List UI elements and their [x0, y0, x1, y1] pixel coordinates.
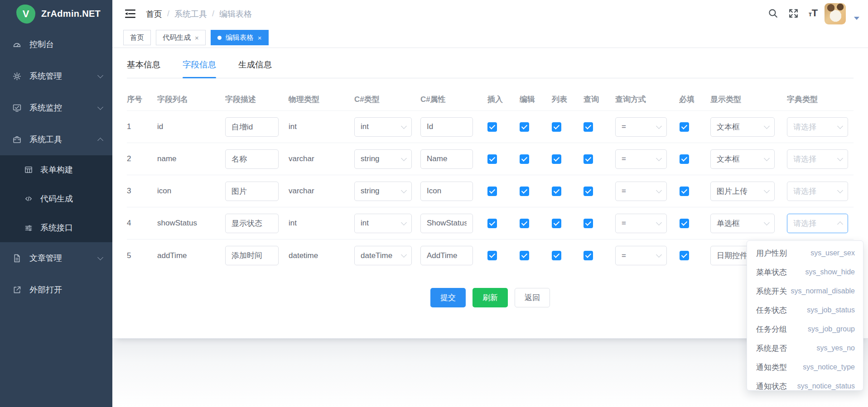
dict-option-normal-disable[interactable]: 系统开关 sys_normal_disable	[747, 282, 863, 301]
display-type-select[interactable]: 文本框	[710, 149, 775, 169]
user-avatar[interactable]	[825, 3, 846, 24]
close-icon[interactable]: ×	[258, 34, 262, 41]
list-checkbox[interactable]	[552, 154, 561, 164]
insert-checkbox[interactable]	[487, 219, 497, 228]
column-header: C#类型	[354, 94, 420, 105]
list-checkbox[interactable]	[552, 219, 561, 228]
sidebar-item-external-open[interactable]: 外部打开	[0, 274, 112, 306]
select-placeholder: 请选择	[793, 218, 816, 229]
tag-home[interactable]: 首页	[123, 30, 151, 45]
list-checkbox[interactable]	[552, 122, 561, 132]
cs-attr-input[interactable]	[420, 149, 473, 169]
sidebar-item-system-monitor[interactable]: 系统监控	[0, 92, 112, 124]
tab-field-info[interactable]: 字段信息	[183, 59, 216, 78]
row-index: 1	[127, 122, 157, 131]
edit-checkbox[interactable]	[520, 251, 529, 260]
sidebar-item-system-tools[interactable]: 系统工具	[0, 124, 112, 155]
dict-option-label: 系统是否	[756, 343, 787, 354]
field-desc-input[interactable]	[225, 214, 279, 233]
query-checkbox[interactable]	[583, 154, 593, 164]
query-mode-select[interactable]: =	[615, 214, 667, 233]
required-checkbox[interactable]	[680, 154, 689, 164]
refresh-button[interactable]: 刷新	[473, 288, 508, 307]
breadcrumb-home[interactable]: 首页	[146, 9, 162, 19]
avatar-caret-icon[interactable]	[854, 17, 859, 20]
list-checkbox[interactable]	[552, 251, 561, 260]
cs-type-select[interactable]: dateTime	[354, 246, 412, 265]
dict-option-yes-no[interactable]: 系统是否 sys_yes_no	[747, 339, 863, 358]
cs-attr-input[interactable]	[420, 246, 473, 265]
dict-option-notice-type[interactable]: 通知类型 sys_notice_type	[747, 358, 863, 377]
query-mode-select[interactable]: =	[615, 246, 667, 265]
select-value: =	[622, 251, 626, 260]
back-button[interactable]: 返回	[515, 288, 550, 307]
query-mode-select[interactable]: =	[615, 117, 667, 137]
cs-attr-input[interactable]	[420, 117, 473, 137]
field-desc-input[interactable]	[225, 117, 279, 137]
sidebar-item-code-generation[interactable]: 代码生成	[0, 184, 112, 213]
dict-option-show-hide[interactable]: 菜单状态 sys_show_hide	[747, 263, 863, 282]
select-value: dateTime	[361, 251, 392, 260]
dict-type-select[interactable]: 请选择	[787, 182, 848, 201]
cs-type-select[interactable]: int	[354, 214, 412, 233]
font-size-button[interactable]: тT	[809, 7, 818, 19]
sidebar-collapse-button[interactable]	[124, 9, 136, 21]
tag-edit-table[interactable]: 编辑表格 ×	[211, 30, 269, 45]
column-header: 字段描述	[225, 94, 289, 105]
query-checkbox[interactable]	[583, 122, 593, 132]
required-checkbox[interactable]	[680, 251, 689, 260]
tag-code-generation[interactable]: 代码生成 ×	[156, 30, 206, 45]
dict-type-select[interactable]: 请选择	[787, 117, 848, 137]
cs-type-select[interactable]: string	[354, 149, 412, 169]
sidebar-item-system-admin[interactable]: 系统管理	[0, 60, 112, 92]
query-checkbox[interactable]	[583, 219, 593, 228]
field-desc-input[interactable]	[225, 182, 279, 201]
display-type-select[interactable]: 单选框	[710, 214, 775, 233]
close-icon[interactable]: ×	[195, 34, 199, 41]
display-type-select[interactable]: 文本框	[710, 117, 775, 137]
sidebar-item-form-builder[interactable]: 表单构建	[0, 155, 112, 184]
query-checkbox[interactable]	[583, 187, 593, 196]
dict-option-notice-status[interactable]: 通知状态 sys_notice_status	[747, 377, 863, 391]
cs-attr-input[interactable]	[420, 182, 473, 201]
field-column-name: icon	[157, 187, 225, 196]
dict-type-select-open[interactable]: 请选择	[787, 214, 848, 233]
display-type-select[interactable]: 图片上传	[710, 182, 775, 201]
query-mode-select[interactable]: =	[615, 149, 667, 169]
edit-checkbox[interactable]	[520, 219, 529, 228]
insert-checkbox[interactable]	[487, 154, 497, 164]
search-button[interactable]	[767, 8, 779, 21]
query-checkbox[interactable]	[583, 251, 593, 260]
cs-type-select[interactable]: string	[354, 182, 412, 201]
edit-checkbox[interactable]	[520, 187, 529, 196]
sidebar-item-dashboard[interactable]: 控制台	[0, 29, 112, 60]
sidebar-item-article-admin[interactable]: 文章管理	[0, 242, 112, 274]
physical-type: varchar	[289, 154, 354, 163]
fullscreen-button[interactable]	[788, 8, 799, 21]
insert-checkbox[interactable]	[487, 251, 497, 260]
cs-attr-input[interactable]	[420, 214, 473, 233]
required-checkbox[interactable]	[680, 187, 689, 196]
submit-button[interactable]: 提交	[430, 288, 466, 307]
field-desc-input[interactable]	[225, 149, 279, 169]
edit-checkbox[interactable]	[520, 154, 529, 164]
required-checkbox[interactable]	[680, 122, 689, 132]
field-desc-input[interactable]	[225, 246, 279, 265]
tab-generation-info[interactable]: 生成信息	[238, 59, 272, 78]
edit-checkbox[interactable]	[520, 122, 529, 132]
insert-checkbox[interactable]	[487, 187, 497, 196]
select-value: int	[361, 122, 369, 131]
dict-type-select[interactable]: 请选择	[787, 149, 848, 169]
app-logo[interactable]: V ZrAdmin.NET	[0, 0, 112, 28]
tab-basic-info[interactable]: 基本信息	[127, 59, 160, 78]
list-checkbox[interactable]	[552, 187, 561, 196]
dict-option-job-status[interactable]: 任务状态 sys_job_status	[747, 301, 863, 320]
sidebar-item-system-api[interactable]: 系统接口	[0, 213, 112, 242]
sidebar-item-label: 系统接口	[40, 222, 73, 233]
cs-type-select[interactable]: int	[354, 117, 412, 137]
dict-option-user-sex[interactable]: 用户性别 sys_user_sex	[747, 244, 863, 263]
dict-option-job-group[interactable]: 任务分组 sys_job_group	[747, 320, 863, 339]
insert-checkbox[interactable]	[487, 122, 497, 132]
required-checkbox[interactable]	[680, 219, 689, 228]
query-mode-select[interactable]: =	[615, 182, 667, 201]
